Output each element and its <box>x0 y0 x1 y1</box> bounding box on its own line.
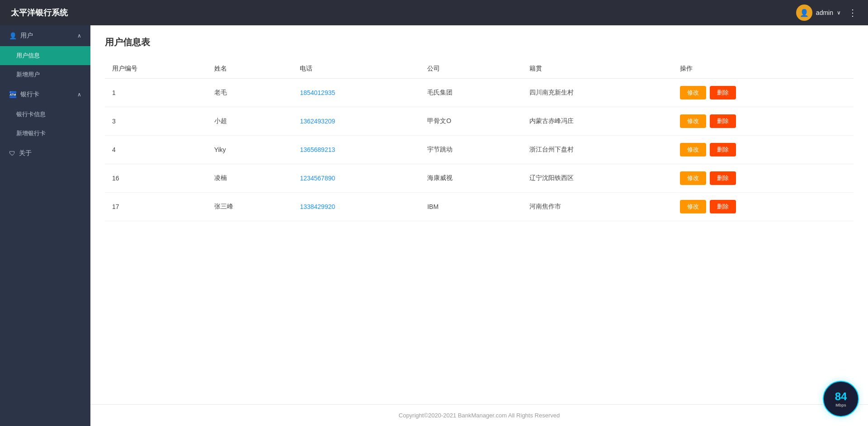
avatar: 👤 <box>796 5 812 21</box>
table-row: 3 小超 1362493209 甲骨文O 内蒙古赤峰冯庄 修改 删除 <box>105 107 854 136</box>
table-row: 4 Yiky 1365689213 宇节跳动 浙江台州下盘村 修改 删除 <box>105 136 854 164</box>
sidebar-group-bank[interactable]: 🏧 银行卡 ∧ <box>0 84 90 105</box>
cell-id: 17 <box>105 193 207 221</box>
col-header-action: 操作 <box>673 59 854 79</box>
content-area: 用户信息表 用户编号 姓名 电话 公司 籍贯 操作 1 老毛 18 <box>90 25 868 404</box>
footer-text: Copyright©2020-2021 BankManager.com All … <box>399 412 560 419</box>
cell-name: 老毛 <box>207 79 293 107</box>
cell-company: 海康威视 <box>420 164 522 193</box>
user-table: 用户编号 姓名 电话 公司 籍贯 操作 1 老毛 1854012935 毛氏集团… <box>105 59 854 221</box>
cell-phone: 1365689213 <box>292 136 420 164</box>
user-icon: 👤 <box>9 32 17 39</box>
sidebar-item-user-info[interactable]: 用户信息 <box>0 46 90 65</box>
cell-name: 张三峰 <box>207 193 293 221</box>
cell-id: 3 <box>105 107 207 136</box>
speed-widget: 84 Mbps <box>823 381 859 417</box>
edit-button[interactable]: 修改 <box>680 143 706 156</box>
sidebar-item-about[interactable]: 🛡 关于 <box>0 143 90 164</box>
col-header-name: 姓名 <box>207 59 293 79</box>
delete-button[interactable]: 删除 <box>710 114 736 128</box>
sidebar-group-user[interactable]: 👤 用户 ∧ <box>0 25 90 46</box>
cell-hometown: 浙江台州下盘村 <box>522 136 673 164</box>
cell-id: 4 <box>105 136 207 164</box>
chevron-down-icon: ∨ <box>837 9 841 16</box>
chevron-up-icon-bank: ∧ <box>77 91 81 98</box>
admin-name: admin <box>816 9 833 16</box>
header-right: 👤 admin ∨ ⋮ <box>796 5 857 21</box>
delete-button[interactable]: 删除 <box>710 200 736 213</box>
cell-hometown: 辽宁沈阳铁西区 <box>522 164 673 193</box>
user-group-label: 👤 用户 <box>9 32 33 40</box>
bank-group-label: 🏧 银行卡 <box>9 90 39 99</box>
edit-button[interactable]: 修改 <box>680 86 706 99</box>
sidebar-item-add-bank-card[interactable]: 新增银行卡 <box>0 124 90 143</box>
cell-phone: 1854012935 <box>292 79 420 107</box>
main-content: 用户信息表 用户编号 姓名 电话 公司 籍贯 操作 1 老毛 18 <box>90 25 868 426</box>
cell-name: 小超 <box>207 107 293 136</box>
top-header: 太平洋银行系统 👤 admin ∨ ⋮ <box>0 0 868 25</box>
table-row: 1 老毛 1854012935 毛氏集团 四川南充新生村 修改 删除 <box>105 79 854 107</box>
delete-button[interactable]: 删除 <box>710 143 736 156</box>
cell-company: 甲骨文O <box>420 107 522 136</box>
edit-button[interactable]: 修改 <box>680 200 706 213</box>
cell-actions: 修改 删除 <box>673 164 854 193</box>
cell-actions: 修改 删除 <box>673 136 854 164</box>
cell-company: 毛氏集团 <box>420 79 522 107</box>
speed-number: 84 <box>835 390 847 403</box>
main-layout: 👤 用户 ∧ 用户信息 新增用户 🏧 银行卡 ∧ 银行卡信息 新增银行卡 🛡 <box>0 25 868 426</box>
app-logo: 太平洋银行系统 <box>11 7 68 18</box>
cell-company: IBM <box>420 193 522 221</box>
cell-hometown: 四川南充新生村 <box>522 79 673 107</box>
cell-id: 1 <box>105 79 207 107</box>
col-header-company: 公司 <box>420 59 522 79</box>
table-row: 17 张三峰 1338429920 IBM 河南焦作市 修改 删除 <box>105 193 854 221</box>
cell-phone: 1234567890 <box>292 164 420 193</box>
cell-name: 凌楠 <box>207 164 293 193</box>
footer: Copyright©2020-2021 BankManager.com All … <box>90 404 868 426</box>
sidebar-item-bank-card-info[interactable]: 银行卡信息 <box>0 105 90 124</box>
cell-id: 16 <box>105 164 207 193</box>
sidebar-item-add-user[interactable]: 新增用户 <box>0 65 90 84</box>
edit-button[interactable]: 修改 <box>680 114 706 128</box>
page-title: 用户信息表 <box>105 36 854 48</box>
cell-phone: 1338429920 <box>292 193 420 221</box>
cell-phone: 1362493209 <box>292 107 420 136</box>
cell-actions: 修改 删除 <box>673 79 854 107</box>
sidebar: 👤 用户 ∧ 用户信息 新增用户 🏧 银行卡 ∧ 银行卡信息 新增银行卡 🛡 <box>0 25 90 426</box>
shield-icon: 🛡 <box>9 150 15 157</box>
cell-name: Yiky <box>207 136 293 164</box>
cell-company: 宇节跳动 <box>420 136 522 164</box>
table-row: 16 凌楠 1234567890 海康威视 辽宁沈阳铁西区 修改 删除 <box>105 164 854 193</box>
col-header-hometown: 籍贯 <box>522 59 673 79</box>
cell-actions: 修改 删除 <box>673 107 854 136</box>
bank-icon: 🏧 <box>9 91 17 98</box>
cell-hometown: 河南焦作市 <box>522 193 673 221</box>
edit-button[interactable]: 修改 <box>680 171 706 185</box>
table-header-row: 用户编号 姓名 电话 公司 籍贯 操作 <box>105 59 854 79</box>
cell-actions: 修改 删除 <box>673 193 854 221</box>
delete-button[interactable]: 删除 <box>710 86 736 99</box>
chevron-up-icon: ∧ <box>77 33 81 39</box>
admin-info[interactable]: 👤 admin ∨ <box>796 5 841 21</box>
col-header-id: 用户编号 <box>105 59 207 79</box>
cell-hometown: 内蒙古赤峰冯庄 <box>522 107 673 136</box>
col-header-phone: 电话 <box>292 59 420 79</box>
delete-button[interactable]: 删除 <box>710 171 736 185</box>
more-icon[interactable]: ⋮ <box>848 7 857 18</box>
